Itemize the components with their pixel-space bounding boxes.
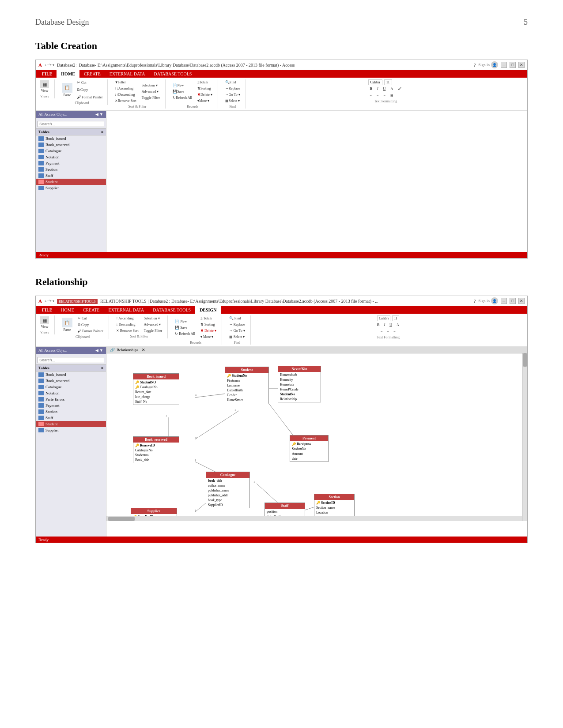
nav-item2-staff[interactable]: Staff (36, 415, 106, 421)
nav-item2-supplier[interactable]: Supplier (36, 427, 106, 433)
nav-item-staff[interactable]: Staff (36, 173, 106, 179)
remove-sort-button[interactable]: ✕ Remove Sort (113, 98, 138, 104)
replace-button[interactable]: ↔ Replace (223, 86, 242, 91)
nav-item2-book-reserved[interactable]: Book_reserved (36, 378, 106, 384)
select-button-2[interactable]: ▦ Select ▾ (227, 334, 247, 340)
underline-button-2[interactable]: U (388, 322, 394, 328)
nav-item-notation[interactable]: Notation (36, 154, 106, 160)
italic-button-2[interactable]: I (382, 322, 387, 328)
nav-item-supplier[interactable]: Supplier (36, 185, 106, 191)
tab-database-tools[interactable]: DATABASE TOOLS (150, 70, 196, 78)
table-box-student[interactable]: Student 🔑 StudentNo Firstname Lastname D… (225, 367, 269, 403)
nav-collapse-icon[interactable]: ◀ ▼ (95, 112, 103, 116)
ascending-button-2[interactable]: ↑ Ascending (114, 315, 140, 321)
font-color-button[interactable]: A (389, 86, 395, 92)
nav-item-student[interactable]: Student (36, 179, 106, 185)
cut-button-2[interactable]: ✂Cut (76, 315, 105, 321)
align-right-button-2[interactable]: ≡ (392, 329, 397, 334)
scrollbar-thumb-h[interactable] (108, 517, 135, 521)
more-button-2[interactable]: ▾ More ▾ (199, 334, 218, 340)
font-size-2[interactable]: 11 (392, 315, 399, 321)
descending-button[interactable]: ↓↑ Descending (113, 92, 138, 98)
minimize-button-2[interactable]: ─ (501, 298, 507, 304)
highlight-button[interactable]: 🖊 (396, 86, 403, 92)
nav-item2-catalogue[interactable]: Catalogue (36, 384, 106, 390)
scrollbar-v[interactable] (522, 353, 527, 521)
bold-button[interactable]: B (368, 86, 374, 92)
copy-button[interactable]: ⧉ Copy (76, 86, 104, 93)
tab2-design[interactable]: DESIGN (195, 306, 221, 314)
table-box-book-reserved[interactable]: Book_reserved 🔑 ReserveID CatalogueNo St… (133, 436, 179, 463)
tab-create[interactable]: CREATE (79, 70, 105, 78)
descending-button-2[interactable]: ↓ Descending (114, 322, 140, 327)
table-box-book-issued[interactable]: Book_issued 🔑 StudentNO 🔑 CatalogueNo Re… (133, 373, 179, 405)
select-button[interactable]: ▦ Select ▾ (223, 98, 242, 104)
go-to-button[interactable]: → Go To ▾ (223, 92, 242, 98)
cut-button[interactable]: ✂ Cut (76, 79, 104, 86)
toggle-filter-button[interactable]: Toggle Filter (140, 95, 162, 101)
nav-item-book-reserved[interactable]: Book_reserved (36, 142, 106, 148)
close-button[interactable]: ✕ (518, 62, 525, 68)
delete-button-2[interactable]: ✖ Delete ▾ (199, 328, 218, 334)
align-left-button[interactable]: ≡ (368, 93, 374, 98)
signin-area[interactable]: Sign in 👤 (478, 61, 498, 68)
align-center-button-2[interactable]: ≡ (385, 329, 391, 334)
save-button-2[interactable]: 💾 Save (173, 325, 197, 330)
underline-button[interactable]: U (382, 86, 388, 92)
nav-item2-notation[interactable]: Notation (36, 390, 106, 396)
align-right-button[interactable]: ≡ (382, 93, 388, 98)
refresh-button[interactable]: ↻ Refresh All (171, 95, 194, 101)
tab2-database-tools[interactable]: DATABASE TOOLS (148, 306, 195, 314)
ascending-button[interactable]: ↑↓ Ascending (113, 86, 138, 91)
filter-button[interactable]: ▼ Filter (113, 79, 138, 85)
copy-button-2[interactable]: ⧉Copy (76, 322, 105, 328)
close-button-2[interactable]: ✕ (518, 298, 525, 304)
bold-button-2[interactable]: B (375, 322, 381, 328)
font-color-button-2[interactable]: A (395, 322, 401, 328)
signin-area-2[interactable]: Sign in 👤 (478, 297, 498, 304)
advanced-button[interactable]: Advanced ▾ (140, 89, 162, 94)
table-box-payment[interactable]: Payment 🔑 Receiptno StudentNo Amount dat… (290, 435, 329, 462)
nav-search-input-2[interactable] (38, 357, 104, 363)
restore-button-2[interactable]: □ (510, 298, 516, 304)
nav-item-catalogue[interactable]: Catalogue (36, 148, 106, 154)
paste-button[interactable]: 📋 Paste (60, 82, 74, 98)
table-box-catalogue[interactable]: Catalogue book_title author_name publish… (206, 472, 250, 508)
view-button[interactable]: ▦ View (38, 79, 51, 94)
delete-button[interactable]: ✖ Delete ▾ (196, 92, 214, 98)
tab-external-data[interactable]: EXTERNAL DATA (105, 70, 150, 78)
nav-item2-book-issued[interactable]: Book_issued (36, 372, 106, 378)
nav-collapse-icon-2[interactable]: ◀ ▼ (95, 348, 103, 353)
relationships-tab[interactable]: 🔗 Relationships ✕ (106, 347, 527, 353)
tab-home[interactable]: HOME (57, 70, 79, 78)
replace-button-2[interactable]: ↔ Replace (227, 322, 247, 327)
toggle-filter-button-2[interactable]: Toggle Filter (142, 328, 164, 334)
align-center-button[interactable]: ≡ (375, 93, 381, 98)
nav-item2-section[interactable]: Section (36, 409, 106, 415)
restore-button[interactable]: □ (510, 62, 516, 68)
font-name-2[interactable]: Calibri (377, 315, 390, 321)
nav-item2-payment[interactable]: Payment (36, 402, 106, 409)
find-button-2[interactable]: 🔍 Find (227, 315, 247, 321)
sorting-button-2[interactable]: ⇅ Sorting (199, 322, 218, 327)
format-painter-button[interactable]: 🖌 Format Painter (76, 94, 104, 100)
scrollbar-thumb-v[interactable] (523, 353, 527, 367)
tab-file[interactable]: FILE (38, 70, 57, 78)
totals-button-2[interactable]: Σ Totals (199, 315, 218, 321)
selection-button[interactable]: Selection ▾ (140, 83, 162, 88)
close-tab-icon[interactable]: ✕ (142, 348, 145, 352)
tab2-home[interactable]: HOME (57, 306, 78, 314)
nav-item-book-issued[interactable]: Book_issued (36, 135, 106, 142)
font-name[interactable]: Calibri (368, 79, 382, 85)
save-button[interactable]: 💾 Save (171, 89, 194, 94)
help-icon-2[interactable]: ? (474, 299, 476, 304)
nav-item2-parte-errors[interactable]: Parte Errors (36, 396, 106, 402)
nav-item-payment[interactable]: Payment (36, 160, 106, 166)
sorting-button[interactable]: ⇅ Sorting (196, 86, 214, 91)
help-icon[interactable]: ? (474, 63, 476, 68)
tab2-create[interactable]: CREATE (79, 306, 104, 314)
align-left-button-2[interactable]: ≡ (379, 329, 385, 334)
minimize-button[interactable]: ─ (501, 62, 507, 68)
refresh-button-2[interactable]: ↻ Refresh All (173, 331, 197, 337)
new-button[interactable]: 📄 New (171, 83, 194, 88)
